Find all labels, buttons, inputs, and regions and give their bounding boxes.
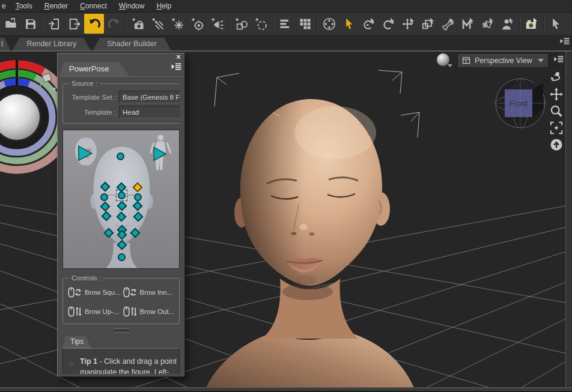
powerpose-point[interactable] — [104, 228, 114, 238]
rotate-tool-button[interactable] — [379, 14, 398, 34]
control-brow-inner[interactable]: Brow Inn... — [122, 286, 176, 298]
export-button[interactable] — [64, 14, 84, 34]
powerpose-point[interactable] — [100, 193, 108, 201]
new-primitive-button[interactable] — [231, 14, 251, 34]
tab-tips[interactable]: Tips — [62, 336, 91, 348]
menu-tools[interactable]: Tools — [10, 2, 38, 10]
render-button[interactable] — [522, 14, 541, 34]
import-button[interactable] — [44, 14, 64, 34]
camera-tools-column — [550, 71, 563, 151]
viewcube-front-label: Front — [510, 99, 528, 108]
template-label: Template : — [67, 109, 119, 116]
figure-render[interactable] — [204, 99, 416, 387]
powerpose-point[interactable] — [133, 201, 143, 211]
viewport-header-controls: Perspective View — [437, 53, 564, 68]
new-point-light-button[interactable] — [168, 14, 187, 34]
right-pane-divider[interactable] — [565, 52, 572, 387]
new-distant-light-button[interactable] — [148, 14, 168, 34]
source-group: Source : Template Set : Base (Genesis 8 … — [62, 80, 180, 124]
save-button[interactable] — [20, 14, 40, 34]
tip-text: Tip 1 - Click and drag a point manipulat… — [80, 356, 177, 374]
shaded-sphere-icon[interactable] — [437, 53, 452, 68]
new-null-button[interactable] — [251, 14, 271, 34]
viewport-menu-icon[interactable] — [553, 54, 564, 67]
template-value: Head — [123, 109, 180, 116]
menu-help[interactable]: Help — [150, 2, 177, 10]
control-brow-squeeze[interactable]: Brow Squ... — [67, 286, 121, 298]
control-brow-updown[interactable]: Brow Up-... — [67, 306, 121, 318]
tab-bar-menu-icon[interactable] — [559, 36, 570, 49]
figure-selection-tool-button[interactable] — [497, 14, 517, 34]
open-file-button[interactable] — [1, 14, 20, 34]
new-camera-button[interactable] — [128, 14, 148, 34]
universal-tool-button[interactable] — [319, 14, 339, 34]
powerpose-point[interactable] — [117, 212, 127, 222]
source-label: Source : — [69, 80, 100, 87]
tab-powerpose[interactable]: PowerPose — [59, 62, 129, 76]
camera-view-value: Perspective View — [475, 56, 532, 65]
translate-tool-button[interactable] — [398, 14, 418, 34]
powerpose-point[interactable] — [130, 228, 141, 238]
template-select[interactable]: Head — [119, 106, 180, 118]
pane-tab-bar: t Render Library Shader Builder — [0, 35, 572, 52]
toolbar-separator — [541, 16, 546, 32]
toolbar-separator — [227, 16, 231, 32]
powerpose-point[interactable] — [133, 182, 143, 193]
control-label: Brow Up-... — [85, 308, 120, 315]
template-set-value: Base (Genesis 8 Fer — [123, 94, 180, 101]
viewport-3d[interactable]: Front Perspective View × PowerPose — [0, 52, 572, 387]
scene-list-button[interactable] — [275, 14, 295, 34]
mouse-drag-horizontal-icon — [122, 286, 138, 298]
surface-selection-tool-button[interactable] — [478, 14, 497, 34]
main-toolbar — [0, 13, 572, 35]
orbit-camera-icon[interactable] — [550, 71, 563, 84]
mouse-drag-vertical-icon — [67, 306, 82, 318]
powerpose-point[interactable] — [100, 202, 111, 212]
node-selection-tool-button[interactable] — [339, 14, 359, 34]
new-spotlight-button[interactable] — [187, 14, 207, 34]
pointer-tool-button[interactable] — [546, 14, 565, 34]
panel-splitter-handle[interactable] — [114, 328, 129, 333]
powerpose-point[interactable] — [100, 182, 111, 192]
menu-connect[interactable]: Connect — [74, 2, 113, 10]
geometry-editor-tool-button[interactable] — [458, 14, 478, 34]
menu-window[interactable]: Window — [113, 2, 151, 10]
tab-render-library[interactable]: Render Library — [12, 38, 91, 50]
control-brow-outer[interactable]: Brow Out... — [122, 306, 176, 318]
powerpose-point[interactable] — [118, 191, 126, 199]
zoom-camera-icon[interactable] — [550, 104, 563, 118]
control-label: Brow Inn... — [140, 289, 173, 296]
reset-camera-icon[interactable] — [550, 138, 563, 151]
redo-button[interactable] — [104, 14, 124, 34]
menu-file-partial[interactable]: e — [1, 2, 10, 10]
pan-camera-icon[interactable] — [550, 88, 563, 101]
close-icon[interactable]: × — [174, 53, 183, 61]
spinner-icon — [69, 356, 74, 372]
level-of-detail-button[interactable] — [295, 14, 315, 34]
sphere-dropdown-arrow-icon — [448, 64, 452, 67]
tab-content-partial[interactable]: t — [0, 38, 10, 50]
powerpose-point[interactable] — [117, 240, 127, 250]
camera-view-select[interactable]: Perspective View — [457, 53, 549, 68]
tab-shader-builder[interactable]: Shader Builder — [93, 38, 171, 50]
powerpose-point[interactable] — [118, 253, 126, 261]
template-set-select[interactable]: Base (Genesis 8 Fer — [119, 91, 180, 103]
joint-editor-tool-button[interactable] — [438, 14, 458, 34]
undo-button[interactable] — [84, 14, 104, 34]
powerpose-tab-row: PowerPose — [59, 61, 183, 77]
powerpose-point[interactable] — [133, 212, 144, 222]
powerpose-point[interactable] — [102, 211, 112, 222]
toolbar-separator — [517, 16, 522, 32]
powerpose-head-diagram[interactable] — [62, 130, 180, 269]
powerpose-point[interactable] — [117, 201, 127, 211]
new-linear-point-light-button[interactable] — [207, 14, 227, 34]
powerpose-point[interactable] — [117, 152, 124, 160]
powerpose-body: Source : Template Set : Base (Genesis 8 … — [62, 80, 180, 374]
powerpose-point[interactable] — [134, 193, 142, 201]
view-cube[interactable]: Front — [494, 79, 547, 128]
frame-camera-icon[interactable] — [550, 121, 563, 134]
powerpose-menu-icon[interactable] — [171, 61, 183, 76]
active-pose-tool-button[interactable] — [359, 14, 379, 34]
menu-render[interactable]: Render — [38, 2, 74, 10]
scale-tool-button[interactable] — [418, 14, 438, 34]
